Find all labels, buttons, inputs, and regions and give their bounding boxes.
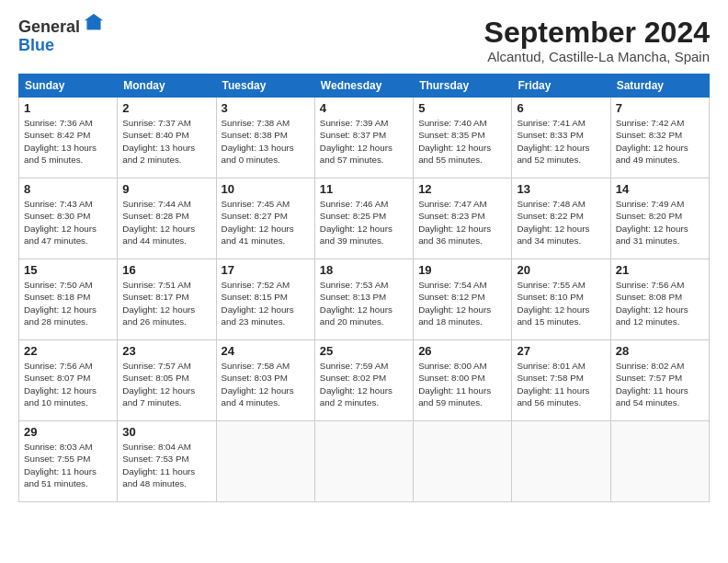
day-cell-4: 4 Sunrise: 7:39 AMSunset: 8:37 PMDayligh… xyxy=(314,98,413,178)
day-cell-15: 15 Sunrise: 7:50 AMSunset: 8:18 PMDaylig… xyxy=(19,259,118,340)
day-info: Sunrise: 7:55 AMSunset: 8:10 PMDaylight:… xyxy=(517,279,605,327)
day-number: 22 xyxy=(24,344,112,358)
day-number: 14 xyxy=(616,182,704,196)
day-info: Sunrise: 7:53 AMSunset: 8:13 PMDaylight:… xyxy=(320,279,408,327)
day-number: 7 xyxy=(616,101,704,115)
day-cell-17: 17 Sunrise: 7:52 AMSunset: 8:15 PMDaylig… xyxy=(216,259,314,340)
week-row-2: 8 Sunrise: 7:43 AMSunset: 8:30 PMDayligh… xyxy=(19,178,710,259)
day-cell-29: 29 Sunrise: 8:03 AMSunset: 7:55 PMDaylig… xyxy=(19,421,118,502)
day-number: 19 xyxy=(418,263,506,277)
day-info: Sunrise: 8:02 AMSunset: 7:57 PMDaylight:… xyxy=(616,360,704,408)
day-number: 8 xyxy=(24,182,112,196)
day-info: Sunrise: 7:44 AMSunset: 8:28 PMDaylight:… xyxy=(122,198,210,247)
day-info: Sunrise: 7:48 AMSunset: 8:22 PMDaylight:… xyxy=(517,198,605,247)
day-cell-23: 23 Sunrise: 7:57 AMSunset: 8:05 PMDaylig… xyxy=(118,340,216,421)
day-number: 21 xyxy=(616,263,704,277)
empty-cell xyxy=(512,421,610,502)
day-cell-8: 8 Sunrise: 7:43 AMSunset: 8:30 PMDayligh… xyxy=(19,178,118,259)
day-info: Sunrise: 7:51 AMSunset: 8:17 PMDaylight:… xyxy=(122,279,210,327)
day-info: Sunrise: 7:59 AMSunset: 8:02 PMDaylight:… xyxy=(320,360,408,408)
empty-cell xyxy=(314,421,413,502)
day-number: 20 xyxy=(517,263,605,277)
day-cell-1: 1 Sunrise: 7:36 AMSunset: 8:42 PMDayligh… xyxy=(19,98,118,178)
col-saturday: Saturday xyxy=(610,75,709,98)
day-cell-30: 30 Sunrise: 8:04 AMSunset: 7:53 PMDaylig… xyxy=(118,421,216,502)
day-number: 26 xyxy=(418,344,506,358)
day-number: 23 xyxy=(122,344,210,358)
empty-cell xyxy=(610,421,709,502)
day-info: Sunrise: 8:04 AMSunset: 7:53 PMDaylight:… xyxy=(122,441,210,489)
day-cell-16: 16 Sunrise: 7:51 AMSunset: 8:17 PMDaylig… xyxy=(118,259,216,340)
col-friday: Friday xyxy=(512,75,610,98)
day-info: Sunrise: 7:52 AMSunset: 8:15 PMDaylight:… xyxy=(222,279,310,327)
day-number: 1 xyxy=(24,101,112,115)
day-cell-28: 28 Sunrise: 8:02 AMSunset: 7:57 PMDaylig… xyxy=(610,340,709,421)
day-number: 30 xyxy=(122,425,210,439)
day-number: 15 xyxy=(24,263,112,277)
day-cell-11: 11 Sunrise: 7:46 AMSunset: 8:25 PMDaylig… xyxy=(314,178,413,259)
day-cell-13: 13 Sunrise: 7:48 AMSunset: 8:22 PMDaylig… xyxy=(512,178,610,259)
day-cell-5: 5 Sunrise: 7:40 AMSunset: 8:35 PMDayligh… xyxy=(414,98,512,178)
day-info: Sunrise: 8:00 AMSunset: 8:00 PMDaylight:… xyxy=(418,360,506,408)
day-number: 3 xyxy=(222,101,310,115)
day-cell-18: 18 Sunrise: 7:53 AMSunset: 8:13 PMDaylig… xyxy=(314,259,413,340)
day-info: Sunrise: 7:57 AMSunset: 8:05 PMDaylight:… xyxy=(122,360,210,408)
day-info: Sunrise: 7:49 AMSunset: 8:20 PMDaylight:… xyxy=(616,198,704,247)
day-info: Sunrise: 7:46 AMSunset: 8:25 PMDaylight:… xyxy=(320,198,408,247)
day-number: 13 xyxy=(517,182,605,196)
day-info: Sunrise: 7:41 AMSunset: 8:33 PMDaylight:… xyxy=(517,117,605,166)
day-info: Sunrise: 7:40 AMSunset: 8:35 PMDaylight:… xyxy=(418,117,506,166)
day-cell-2: 2 Sunrise: 7:37 AMSunset: 8:40 PMDayligh… xyxy=(118,98,216,178)
header: General Blue September 2024 Alcantud, Ca… xyxy=(18,17,710,64)
day-info: Sunrise: 7:54 AMSunset: 8:12 PMDaylight:… xyxy=(418,279,506,327)
logo-icon xyxy=(84,13,104,37)
col-wednesday: Wednesday xyxy=(314,75,413,98)
day-info: Sunrise: 7:42 AMSunset: 8:32 PMDaylight:… xyxy=(616,117,704,166)
day-info: Sunrise: 7:45 AMSunset: 8:27 PMDaylight:… xyxy=(222,198,310,247)
day-info: Sunrise: 8:03 AMSunset: 7:55 PMDaylight:… xyxy=(24,441,112,489)
day-info: Sunrise: 7:56 AMSunset: 8:08 PMDaylight:… xyxy=(616,279,704,327)
col-sunday: Sunday xyxy=(19,75,118,98)
day-cell-14: 14 Sunrise: 7:49 AMSunset: 8:20 PMDaylig… xyxy=(610,178,709,259)
month-year: September 2024 xyxy=(484,17,710,49)
day-cell-25: 25 Sunrise: 7:59 AMSunset: 8:02 PMDaylig… xyxy=(314,340,413,421)
day-info: Sunrise: 8:01 AMSunset: 7:58 PMDaylight:… xyxy=(517,360,605,408)
page: General Blue September 2024 Alcantud, Ca… xyxy=(0,0,728,511)
day-info: Sunrise: 7:56 AMSunset: 8:07 PMDaylight:… xyxy=(24,360,112,408)
day-cell-22: 22 Sunrise: 7:56 AMSunset: 8:07 PMDaylig… xyxy=(19,340,118,421)
day-info: Sunrise: 7:39 AMSunset: 8:37 PMDaylight:… xyxy=(320,117,408,166)
week-row-5: 29 Sunrise: 8:03 AMSunset: 7:55 PMDaylig… xyxy=(19,421,710,502)
day-cell-19: 19 Sunrise: 7:54 AMSunset: 8:12 PMDaylig… xyxy=(414,259,512,340)
day-info: Sunrise: 7:37 AMSunset: 8:40 PMDaylight:… xyxy=(122,117,210,166)
day-cell-7: 7 Sunrise: 7:42 AMSunset: 8:32 PMDayligh… xyxy=(610,98,709,178)
day-number: 18 xyxy=(320,263,408,277)
header-row: Sunday Monday Tuesday Wednesday Thursday… xyxy=(19,75,710,98)
day-number: 4 xyxy=(320,101,408,115)
day-info: Sunrise: 7:36 AMSunset: 8:42 PMDaylight:… xyxy=(24,117,112,166)
empty-cell xyxy=(216,421,314,502)
logo-blue: Blue xyxy=(18,37,54,53)
day-info: Sunrise: 7:58 AMSunset: 8:03 PMDaylight:… xyxy=(222,360,310,408)
location: Alcantud, Castille-La Mancha, Spain xyxy=(484,49,710,64)
day-number: 28 xyxy=(616,344,704,358)
empty-cell xyxy=(414,421,512,502)
day-cell-9: 9 Sunrise: 7:44 AMSunset: 8:28 PMDayligh… xyxy=(118,178,216,259)
day-cell-24: 24 Sunrise: 7:58 AMSunset: 8:03 PMDaylig… xyxy=(216,340,314,421)
day-info: Sunrise: 7:47 AMSunset: 8:23 PMDaylight:… xyxy=(418,198,506,247)
day-number: 12 xyxy=(418,182,506,196)
day-cell-6: 6 Sunrise: 7:41 AMSunset: 8:33 PMDayligh… xyxy=(512,98,610,178)
col-tuesday: Tuesday xyxy=(216,75,314,98)
day-cell-3: 3 Sunrise: 7:38 AMSunset: 8:38 PMDayligh… xyxy=(216,98,314,178)
day-number: 17 xyxy=(222,263,310,277)
svg-marker-0 xyxy=(85,14,103,29)
day-info: Sunrise: 7:43 AMSunset: 8:30 PMDaylight:… xyxy=(24,198,112,247)
day-number: 24 xyxy=(222,344,310,358)
day-number: 27 xyxy=(517,344,605,358)
day-number: 11 xyxy=(320,182,408,196)
week-row-1: 1 Sunrise: 7:36 AMSunset: 8:42 PMDayligh… xyxy=(19,98,710,178)
logo-general: General xyxy=(18,18,80,35)
day-number: 16 xyxy=(122,263,210,277)
day-cell-20: 20 Sunrise: 7:55 AMSunset: 8:10 PMDaylig… xyxy=(512,259,610,340)
day-number: 29 xyxy=(24,425,112,439)
day-cell-27: 27 Sunrise: 8:01 AMSunset: 7:58 PMDaylig… xyxy=(512,340,610,421)
